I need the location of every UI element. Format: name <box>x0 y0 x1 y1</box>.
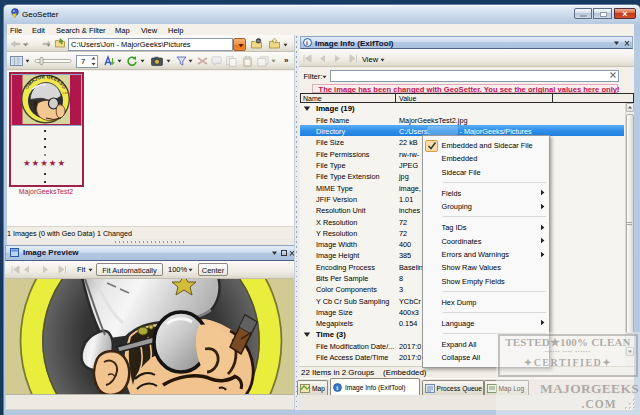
svg-text:.com: .com <box>62 91 70 95</box>
svg-text:i: i <box>306 39 308 46</box>
svg-text:i: i <box>336 384 338 391</box>
